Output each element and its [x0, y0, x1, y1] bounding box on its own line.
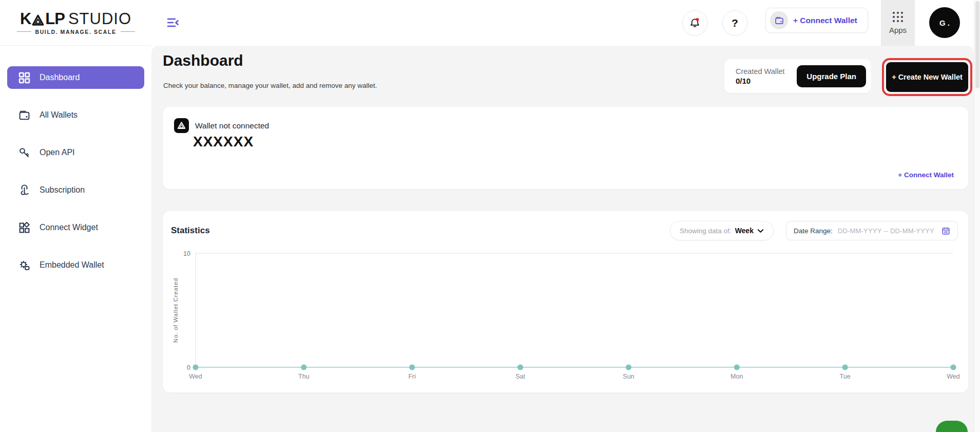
- scrollbar-thumb[interactable]: [975, 1, 979, 88]
- sidebar-item-all-wallets[interactable]: All Wallets: [7, 104, 144, 126]
- date-range-placeholder: DD-MM-YYYY -- DD-MM-YYYY: [838, 227, 934, 235]
- date-range-input[interactable]: Date Range: DD-MM-YYYY -- DD-MM-YYYY: [786, 221, 958, 240]
- created-wallet-label: Created Wallet: [736, 67, 784, 76]
- y-axis-label: No. of Wallet Created: [172, 278, 179, 343]
- sidebar-item-label: Embedded Wallet: [40, 260, 104, 270]
- chat-widget-button[interactable]: [936, 421, 968, 432]
- apps-button[interactable]: Apps: [881, 0, 915, 46]
- app-root: K LP STUDIO BUILD. MANAGE. SCALE: [0, 0, 980, 432]
- notifications-button[interactable]: [682, 10, 707, 35]
- kalp-triangle-icon: [31, 14, 45, 27]
- avatar-initials: G .: [939, 18, 950, 27]
- kalp-triangle-icon: [177, 121, 186, 130]
- x-tick-label: Tue: [840, 373, 851, 380]
- create-new-wallet-button[interactable]: + Create New Wallet: [886, 62, 968, 92]
- x-tick-label: Wed: [189, 373, 202, 380]
- wallet-status-text: Wallet not connected: [195, 121, 269, 130]
- sidebar-item-open-api[interactable]: Open API: [7, 141, 144, 164]
- notification-dot: [696, 18, 699, 21]
- data-point: [409, 364, 415, 370]
- sidebar-item-connect-widget[interactable]: Connect Widget: [7, 216, 144, 239]
- wallet-icon: [18, 109, 30, 121]
- tap-gesture-icon: [18, 184, 30, 196]
- sidebar-item-label: Subscription: [40, 185, 85, 195]
- x-tick-label: Sun: [623, 373, 634, 380]
- sidebar-item-embedded-wallet[interactable]: Embedded Wallet: [7, 254, 144, 276]
- logo-letters-lp: LP: [45, 11, 65, 27]
- question-mark-icon: ?: [732, 17, 738, 29]
- wallet-status-row: Wallet not connected: [174, 118, 269, 133]
- gear-wallet-icon: [18, 259, 30, 271]
- sidebar-collapse-icon[interactable]: [167, 17, 180, 28]
- help-button[interactable]: ?: [722, 10, 747, 35]
- brand-logo[interactable]: K LP STUDIO BUILD. MANAGE. SCALE: [0, 0, 151, 46]
- brand-tagline-row: BUILD. MANAGE. SCALE: [17, 29, 135, 35]
- y-tick-label: 10: [183, 250, 190, 257]
- wallet-status-card: Wallet not connected XXXXXX + Connect Wa…: [163, 107, 968, 189]
- page-title: Dashboard: [163, 52, 243, 69]
- x-tick-label: Fri: [408, 373, 416, 380]
- statistics-chart: 010No. of Wallet CreatedWedThuFriSatSunM…: [169, 245, 963, 389]
- sidebar: K LP STUDIO BUILD. MANAGE. SCALE: [0, 0, 151, 432]
- sidebar-item-label: Connect Widget: [40, 223, 98, 232]
- brand-logo-text: K LP STUDIO: [20, 11, 131, 27]
- wallet-chip: [770, 11, 788, 29]
- brand-tagline: BUILD. MANAGE. SCALE: [35, 29, 117, 35]
- data-point: [517, 364, 523, 370]
- x-tick-label: Wed: [947, 373, 960, 380]
- topbar: ? + Connect Wallet Apps G .: [151, 0, 980, 46]
- page-subtitle: Check your balance, manage your wallet, …: [163, 82, 377, 89]
- created-wallet-count: 0/10: [736, 77, 784, 85]
- showing-data-dropdown[interactable]: Showing data of: Week: [670, 221, 774, 240]
- chevron-down-icon: [757, 229, 764, 233]
- x-tick-label: Thu: [298, 373, 310, 380]
- widget-icon: [18, 222, 30, 234]
- y-tick-label: 0: [187, 364, 190, 371]
- vertical-scrollbar[interactable]: [974, 0, 980, 432]
- showing-data-value: Week: [735, 227, 754, 235]
- key-icon: [18, 147, 30, 159]
- upgrade-plan-button[interactable]: Upgrade Plan: [797, 65, 866, 87]
- sidebar-item-subscription[interactable]: Subscription: [7, 179, 144, 201]
- user-avatar[interactable]: G .: [929, 7, 960, 38]
- calendar-icon[interactable]: [941, 227, 950, 235]
- data-point: [950, 364, 956, 370]
- data-point: [842, 364, 848, 370]
- tagline-rule-right: [121, 31, 135, 32]
- statistics-card: Statistics Showing data of: Week Date Ra…: [163, 211, 968, 392]
- data-point: [301, 364, 306, 370]
- bell-icon: [689, 17, 701, 29]
- apps-label: Apps: [889, 26, 907, 34]
- date-range-label: Date Range:: [794, 227, 833, 235]
- logo-letter-k: K: [20, 11, 31, 27]
- sidebar-nav: Dashboard All Wallets Open API: [0, 46, 151, 276]
- x-tick-label: Sat: [515, 373, 525, 380]
- main-content: Dashboard Check your balance, manage you…: [151, 46, 974, 432]
- card-connect-wallet-link[interactable]: + Connect Wallet: [898, 171, 954, 179]
- showing-data-label: Showing data of:: [680, 227, 732, 235]
- apps-grid-icon: [893, 12, 903, 22]
- dashboard-grid-icon: [18, 72, 30, 84]
- create-wallet-highlight-box: + Create New Wallet: [882, 58, 972, 96]
- created-wallet-summary: Created Wallet 0/10 Upgrade Plan: [724, 59, 871, 93]
- kalp-badge-icon: [174, 118, 189, 133]
- data-point: [193, 364, 198, 370]
- wallet-icon: [775, 16, 784, 25]
- connect-wallet-label: + Connect Wallet: [793, 16, 857, 25]
- sidebar-item-label: Dashboard: [40, 73, 80, 82]
- data-point: [626, 364, 631, 370]
- tagline-rule-left: [17, 31, 31, 32]
- logo-word-studio: STUDIO: [68, 11, 131, 27]
- statistics-title: Statistics: [171, 226, 210, 236]
- x-tick-label: Mon: [731, 373, 743, 380]
- created-wallet-text: Created Wallet 0/10: [736, 67, 784, 85]
- sidebar-item-dashboard[interactable]: Dashboard: [7, 66, 144, 89]
- data-point: [734, 364, 740, 370]
- sidebar-item-label: All Wallets: [40, 110, 78, 120]
- connect-wallet-button[interactable]: + Connect Wallet: [765, 8, 868, 33]
- sidebar-item-label: Open API: [40, 148, 75, 157]
- wallet-masked-balance: XXXXXX: [193, 134, 254, 150]
